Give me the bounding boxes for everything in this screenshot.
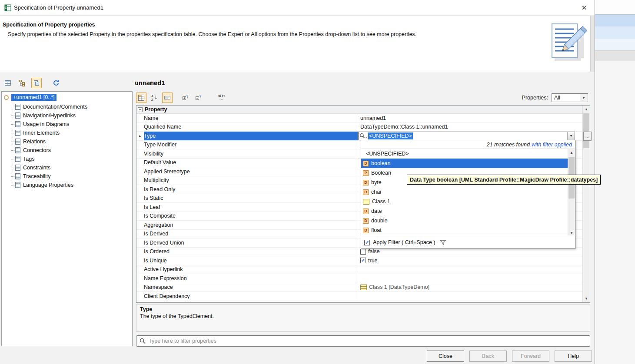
property-row-client-dependency[interactable]: Client Dependency	[136, 292, 582, 301]
tree-item-traceability[interactable]: Traceability	[2, 172, 132, 181]
row-gutter	[136, 167, 144, 176]
specification-icon	[4, 4, 11, 11]
properties-toolbar: A Z	[136, 91, 590, 104]
row-gutter	[136, 203, 144, 212]
dropdown-item-double[interactable]: Ddouble	[361, 216, 568, 225]
tree-item-tags[interactable]: Tags	[2, 155, 132, 163]
tree-root-item[interactable]: +unnamed1 [0..*]	[2, 93, 132, 102]
collapse-all-icon[interactable]	[193, 93, 204, 103]
tree-item-language-properties[interactable]: Language Properties	[2, 181, 132, 189]
property-label: Name Expression	[144, 274, 358, 283]
dropdown-item-float[interactable]: Dfloat	[361, 225, 568, 235]
property-group-header[interactable]: − Property	[136, 106, 582, 114]
background-row	[595, 14, 635, 26]
filter-applied-link[interactable]: with filter applied	[532, 142, 572, 148]
apply-filter-checkbox[interactable]: ✓	[364, 240, 370, 245]
dropdown-item-date[interactable]: Ddate	[361, 206, 568, 216]
property-value: Class 1 [DataTypeDemo]	[358, 283, 582, 292]
datatype-icon: D	[363, 218, 369, 224]
property-label: Type	[144, 132, 358, 140]
property-label: Visibility	[144, 149, 358, 158]
property-label: Is Read Only	[144, 185, 358, 194]
property-label: Type Modifier	[144, 141, 358, 149]
checkbox-is-ordered[interactable]	[360, 249, 366, 255]
list-scrollbar[interactable]: ▲ ▼	[568, 149, 575, 237]
description-text: The type of the TypedElement.	[140, 313, 586, 319]
tree-item-label: Inner Elements	[23, 130, 60, 136]
dropdown-item-boolean[interactable]: Dboolean	[361, 159, 568, 168]
row-gutter	[136, 274, 144, 283]
tree-item-navigation-hyperlinks[interactable]: Navigation/Hyperlinks	[2, 111, 132, 120]
tree-item-label: Documentation/Comments	[23, 104, 87, 110]
scroll-up-icon[interactable]: ▲	[568, 149, 575, 156]
property-row-type[interactable]: ▸Type▾<UNSPECIFIED>▼	[136, 132, 582, 141]
properties-mode-group: Properties: All ▼	[522, 93, 590, 102]
close-icon[interactable]: ✕	[579, 3, 589, 13]
row-gutter	[136, 292, 144, 301]
property-row-namespace[interactable]: NamespaceClass 1 [DataTypeDemo]	[136, 283, 582, 292]
filter-properties-box	[136, 335, 590, 347]
property-row-name[interactable]: Nameunnamed1	[136, 114, 582, 123]
type-more-button[interactable]: ...	[583, 132, 592, 141]
scroll-up-icon[interactable]: ▲	[583, 106, 590, 113]
tree-item-documentation-comments[interactable]: Documentation/Comments	[2, 103, 132, 111]
show-description-icon[interactable]	[162, 93, 173, 103]
combo-dropdown-icon[interactable]: ▼	[567, 132, 575, 140]
property-row-qualified-name[interactable]: Qualified NameDataTypeDemo::Class 1::unn…	[136, 123, 582, 132]
dropdown-item-label: float	[371, 227, 382, 233]
property-row-is-unique[interactable]: Is Unique✓true	[136, 256, 582, 265]
dropdown-item-label: char	[371, 189, 382, 195]
group-view-icon[interactable]	[31, 78, 42, 88]
property-label: Applied Stereotype	[144, 167, 358, 176]
checkbox-is-unique[interactable]: ✓	[360, 258, 366, 263]
row-gutter	[136, 248, 144, 256]
row-gutter	[136, 141, 144, 149]
tree-root-label: +unnamed1 [0..*]	[11, 94, 57, 101]
tree-item-usage-in-diagrams[interactable]: Usage in Diagrams	[2, 120, 132, 129]
document-icon	[15, 139, 20, 145]
property-value: DataTypeDemo::Class 1::unnamed1	[358, 123, 582, 132]
properties-mode-select[interactable]: All ▼	[552, 93, 588, 102]
property-label: Multiplicity	[144, 176, 358, 185]
tree-item-constraints[interactable]: Constraints	[2, 163, 132, 172]
tree-item-label: Navigation/Hyperlinks	[23, 113, 76, 119]
type-dropdown-list: <UNSPECIFIED>DbooleanPBooleanDbyteDcharC…	[361, 149, 568, 237]
refresh-icon[interactable]	[51, 78, 61, 88]
titlebar: Specification of Property unnamed1 ✕	[0, 0, 595, 16]
property-label: Client Dependency	[144, 292, 358, 301]
type-value-selected-text: <UNSPECIFIED>	[368, 132, 413, 139]
property-row-active-hyperlink[interactable]: Active Hyperlink	[136, 265, 582, 275]
tree-item-relations[interactable]: Relations	[2, 137, 132, 146]
background-row	[595, 39, 635, 50]
tree-item-inner-elements[interactable]: Inner Elements	[2, 129, 132, 137]
row-gutter	[136, 265, 144, 274]
dropdown-item-char[interactable]: Dchar	[361, 187, 568, 197]
document-icon	[15, 104, 20, 110]
tree-item-label: Relations	[23, 139, 46, 145]
close-button[interactable]: Close	[427, 351, 464, 362]
datatype-icon: D	[363, 180, 369, 185]
row-gutter	[136, 283, 144, 292]
apply-filter-label: Apply Filter ( Ctrl+Space )	[373, 239, 435, 245]
window-title: Specification of Property unnamed1	[14, 4, 103, 11]
type-value-combobox[interactable]: ▾<UNSPECIFIED>▼	[358, 132, 575, 140]
background-window	[595, 0, 635, 364]
tree-item-connectors[interactable]: Connectors	[2, 146, 132, 155]
property-row-name-expression[interactable]: Name Expression	[136, 274, 582, 283]
containment-tree-icon[interactable]	[17, 78, 27, 88]
expand-all-icon[interactable]	[180, 93, 191, 103]
property-label: Is Leaf	[144, 203, 358, 212]
categorized-view-icon[interactable]	[136, 93, 146, 103]
spelling-icon[interactable]: abc⋯	[216, 93, 226, 103]
filter-properties-input[interactable]	[149, 336, 590, 346]
primitive-icon: P	[363, 170, 369, 176]
dropdown-item-class-1[interactable]: Class 1	[361, 197, 568, 206]
collapse-group-icon[interactable]: −	[138, 107, 143, 112]
help-button[interactable]: Help	[555, 351, 592, 362]
dropdown-item-label: Boolean	[371, 170, 391, 176]
dropdown-item-unspecified[interactable]: <UNSPECIFIED>	[361, 149, 568, 159]
scroll-thumb[interactable]	[583, 113, 589, 148]
scroll-down-icon[interactable]: ▼	[583, 295, 590, 302]
sort-alphabetically-icon[interactable]: A Z	[149, 93, 160, 103]
properties-view-icon[interactable]	[3, 78, 13, 88]
